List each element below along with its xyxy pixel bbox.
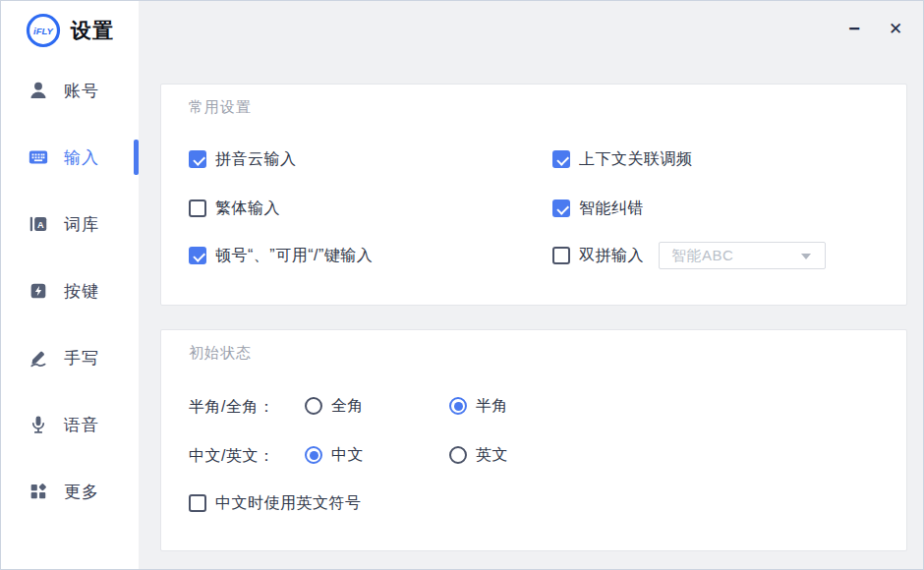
- radio-group-label: 半角/全角：: [189, 397, 274, 418]
- checkbox-box: [552, 247, 570, 264]
- checkbox-box: [189, 247, 206, 264]
- radio-circle: [449, 397, 467, 415]
- sidebar-item-label: 更多: [64, 481, 99, 503]
- radio-english[interactable]: 英文: [449, 441, 508, 469]
- handwriting-icon: [28, 347, 49, 369]
- content-area: − ✕ 常用设置 拼音云输入 上下文关联调频 繁体输入 智能纠错: [139, 1, 924, 570]
- radio-label: 英文: [476, 445, 508, 466]
- ifly-logo-icon: iFLY: [25, 12, 62, 49]
- sidebar-item-label: 按键: [64, 280, 99, 303]
- minimize-button[interactable]: −: [838, 14, 870, 43]
- checkbox-dunhao-slash-key[interactable]: 顿号“、”可用“/”键输入: [189, 242, 373, 269]
- keyboard-icon: [28, 146, 49, 168]
- settings-window: iFLY 设置 账号: [0, 0, 924, 570]
- checkbox-smart-correction[interactable]: 智能纠错: [552, 195, 644, 222]
- more-grid-icon: [28, 481, 49, 502]
- checkbox-box: [552, 150, 570, 168]
- checkbox-english-symbols-in-chinese[interactable]: 中文时使用英文符号: [189, 489, 362, 517]
- radio-circle: [449, 446, 467, 464]
- close-button[interactable]: ✕: [880, 14, 911, 43]
- checkbox-box: [189, 150, 206, 168]
- radio-half-width[interactable]: 半角: [449, 392, 508, 420]
- microphone-icon: [28, 414, 49, 435]
- checkbox-context-frequency[interactable]: 上下文关联调频: [552, 145, 693, 173]
- radio-label: 全角: [331, 396, 364, 417]
- checkbox-box: [189, 200, 206, 217]
- radio-group-label: 中文/英文：: [189, 446, 274, 467]
- sidebar: iFLY 设置 账号: [1, 1, 139, 570]
- checkbox-pinyin-cloud-input[interactable]: 拼音云输入: [189, 145, 297, 173]
- section-title: 常用设置: [189, 98, 252, 117]
- svg-text:iFLY: iFLY: [33, 26, 55, 36]
- user-icon: [28, 80, 49, 101]
- checkbox-label: 拼音云输入: [215, 149, 297, 170]
- shuangpin-scheme-select[interactable]: 智能ABC: [659, 242, 826, 269]
- checkbox-box: [189, 494, 206, 512]
- chevron-down-icon: [801, 254, 811, 259]
- keys-icon: [28, 280, 49, 302]
- checkbox-label: 繁体输入: [215, 199, 280, 219]
- radio-full-width[interactable]: 全角: [305, 392, 364, 420]
- common-settings-section: 常用设置 拼音云输入 上下文关联调频 繁体输入 智能纠错 顿号“、”可用“/”键…: [160, 84, 907, 306]
- checkbox-traditional-input[interactable]: 繁体输入: [189, 195, 280, 222]
- checkbox-label: 顿号“、”可用“/”键输入: [215, 246, 373, 266]
- radio-chinese[interactable]: 中文: [305, 441, 364, 469]
- checkbox-shuangpin-input[interactable]: 双拼输入: [552, 242, 644, 269]
- checkbox-label: 双拼输入: [579, 246, 644, 266]
- radio-label: 中文: [331, 445, 364, 466]
- sidebar-item-label: 语音: [64, 414, 99, 436]
- sidebar-item-more[interactable]: 更多: [1, 472, 139, 511]
- radio-label: 半角: [476, 396, 508, 417]
- sidebar-item-label: 输入: [64, 146, 99, 169]
- sidebar-item-label: 账号: [64, 80, 99, 102]
- sidebar-item-dictionary[interactable]: A 词库: [1, 204, 139, 244]
- radio-circle: [305, 446, 322, 464]
- sidebar-item-keys[interactable]: 按键: [1, 271, 139, 311]
- checkbox-label: 中文时使用英文符号: [215, 493, 362, 514]
- page-title: 设置: [71, 17, 114, 44]
- checkbox-box: [552, 200, 570, 217]
- radio-circle: [305, 397, 322, 415]
- sidebar-item-account[interactable]: 账号: [1, 71, 139, 110]
- sidebar-item-input[interactable]: 输入: [1, 138, 139, 177]
- svg-text:A: A: [37, 220, 44, 230]
- select-value: 智能ABC: [671, 247, 733, 265]
- initial-state-section: 初始状态 半角/全角： 全角 半角 中文/英文： 中文 英文 中文时使用英: [160, 329, 907, 551]
- app-header: iFLY 设置: [25, 12, 114, 49]
- sidebar-item-label: 手写: [64, 347, 99, 370]
- checkbox-label: 智能纠错: [579, 199, 644, 219]
- sidebar-item-voice[interactable]: 语音: [1, 405, 139, 444]
- section-title: 初始状态: [189, 344, 252, 363]
- checkbox-label: 上下文关联调频: [579, 149, 693, 170]
- sidebar-item-handwriting[interactable]: 手写: [1, 338, 139, 377]
- dictionary-icon: A: [28, 213, 49, 235]
- sidebar-item-label: 词库: [64, 213, 99, 236]
- active-nav-indicator: [134, 140, 139, 175]
